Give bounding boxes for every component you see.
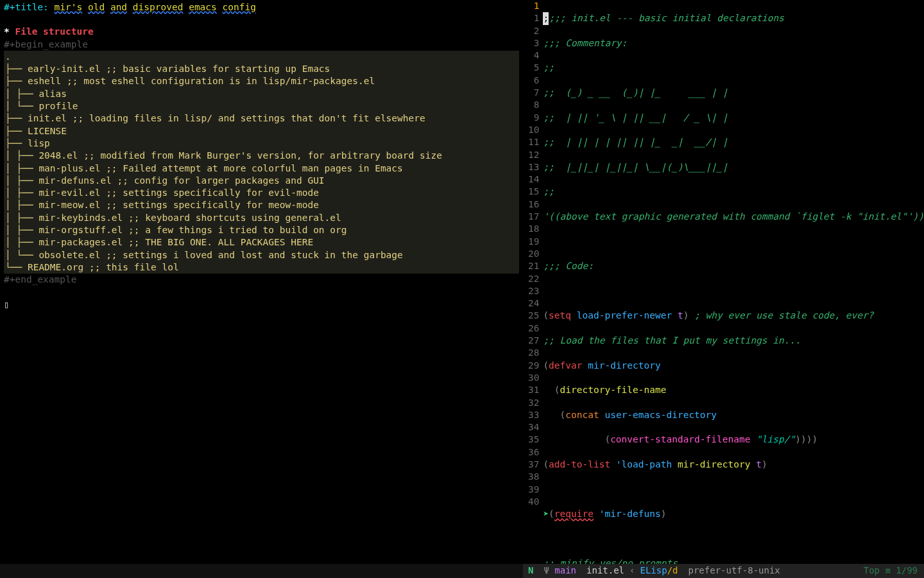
tree-line: │ ├── mir-evil.el ;; settings specifical… — [4, 187, 519, 199]
tree-line: │ ├── mir-orgstuff.el ;; a few things i … — [4, 224, 519, 236]
org-heading: * File structure — [4, 26, 519, 38]
tree-line: ├── early-init.el ;; basic variables for… — [4, 63, 519, 75]
title-word-0: mir's — [55, 2, 83, 12]
major-mode: ELisp — [640, 565, 667, 575]
line-number-gutter: 1 1 2 3 4 5 6 7 8 9 10 11 12 13 14 15 16… — [523, 0, 543, 564]
tree-line: ├── lisp — [4, 137, 519, 150]
cursor-left: ▯ — [4, 299, 519, 311]
title-word-3: disproved — [133, 2, 184, 12]
title-word-4: emacs — [189, 2, 217, 12]
title-word-2: and — [110, 2, 127, 12]
modeline-evil-state: N — [523, 565, 538, 577]
modified-indicator: /d — [667, 565, 678, 575]
buffer-filename: init.el — [581, 565, 629, 577]
org-begin-example: #+begin_example — [4, 39, 519, 51]
modeline-row: N Ψ main init.el ‹ ELisp/d prefer-utf-8-… — [0, 564, 924, 578]
chevron-left-icon: ‹ — [629, 565, 635, 577]
branch-name: main — [554, 565, 576, 575]
tree-line: │ └── obsolete.el ;; settings i loved an… — [4, 249, 519, 261]
tree-line: │ ├── mir-packages.el ;; THE BIG ONE. AL… — [4, 236, 519, 249]
encoding: prefer-utf-8-unix — [683, 565, 785, 577]
tree-line: │ ├── mir-defuns.el ;; config for larger… — [4, 175, 519, 187]
modeline-right: N Ψ main init.el ‹ ELisp/d prefer-utf-8-… — [523, 564, 924, 578]
tree-line: │ ├── man-plus.el ;; Failed attempt at m… — [4, 162, 519, 175]
tree-line: │ ├── mir-keybinds.el ;; keyboard shortc… — [4, 212, 519, 224]
code-area[interactable]: ;;;; init.el --- basic initial declarati… — [543, 0, 924, 564]
tree-line: └── README.org ;; this file lol — [4, 261, 519, 274]
tree-line: ├── eshell ;; most eshell configuration … — [4, 75, 519, 87]
org-title-keyword: #+title: — [4, 2, 55, 12]
tree-line: │ └── profile — [4, 100, 519, 112]
tree-line: ├── init.el ;; loading files in lisp/ an… — [4, 112, 519, 125]
modeline-left — [0, 564, 523, 578]
org-end-example: #+end_example — [4, 274, 519, 286]
title-word-1: old — [88, 2, 105, 12]
tree-line: │ ├── 2048.el ;; modified from Mark Burg… — [4, 150, 519, 162]
right-pane-init-el[interactable]: 1 1 2 3 4 5 6 7 8 9 10 11 12 13 14 15 16… — [523, 0, 924, 564]
tree-line: │ ├── mir-meow.el ;; settings specifical… — [4, 199, 519, 211]
linenum-current: 1 — [523, 0, 539, 12]
tree-line: │ ├── alias — [4, 88, 519, 100]
split-panes: #+title: mir's old and disproved emacs c… — [0, 0, 924, 564]
tree-line: . — [4, 51, 519, 63]
org-title-line: #+title: mir's old and disproved emacs c… — [4, 1, 519, 13]
position-indicator: Top ≡ 1/99 — [864, 565, 924, 577]
branch-icon: Ψ — [543, 565, 549, 575]
tree-line: ├── LICENSE — [4, 125, 519, 137]
left-pane-org-buffer[interactable]: #+title: mir's old and disproved emacs c… — [0, 0, 523, 564]
title-word-5: config — [223, 2, 256, 12]
